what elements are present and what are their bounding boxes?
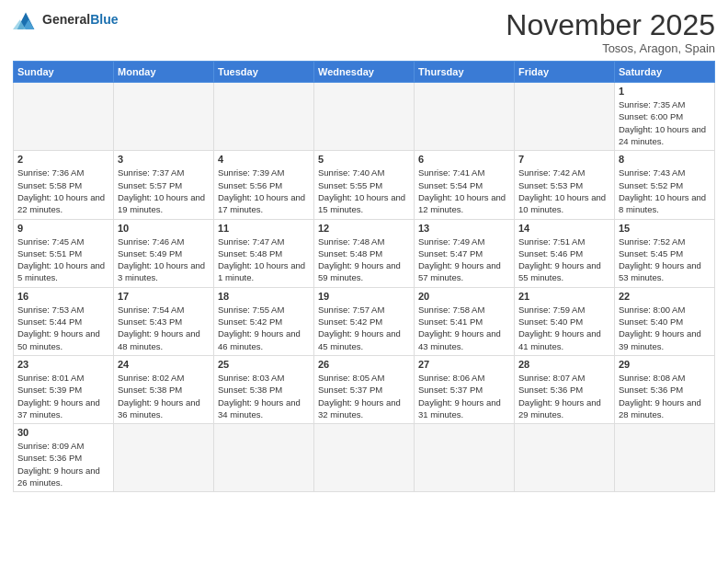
calendar-cell — [415, 424, 515, 492]
cell-day-number: 5 — [318, 154, 410, 165]
page: GeneralBlue November 2025 Tosos, Aragon,… — [0, 0, 728, 563]
cell-sun-info: Sunrise: 7:39 AM Sunset: 5:56 PM Dayligh… — [218, 167, 310, 215]
cell-day-number: 22 — [619, 291, 711, 302]
calendar-cell — [114, 83, 214, 151]
cell-sun-info: Sunrise: 7:35 AM Sunset: 6:00 PM Dayligh… — [619, 98, 711, 147]
cell-sun-info: Sunrise: 8:00 AM Sunset: 5:40 PM Dayligh… — [619, 304, 711, 352]
calendar-cell — [114, 424, 214, 492]
calendar-cell — [515, 424, 615, 492]
calendar-cell: 26Sunrise: 8:05 AM Sunset: 5:37 PM Dayli… — [314, 355, 415, 423]
cell-sun-info: Sunrise: 7:36 AM Sunset: 5:58 PM Dayligh… — [17, 167, 109, 215]
calendar-cell: 13Sunrise: 7:49 AM Sunset: 5:47 PM Dayli… — [415, 219, 515, 287]
calendar-cell: 12Sunrise: 7:48 AM Sunset: 5:48 PM Dayli… — [314, 219, 415, 287]
cell-day-number: 15 — [619, 223, 711, 234]
cell-sun-info: Sunrise: 7:42 AM Sunset: 5:53 PM Dayligh… — [518, 167, 610, 215]
calendar-cell: 2Sunrise: 7:36 AM Sunset: 5:58 PM Daylig… — [14, 151, 114, 219]
weekday-friday: Friday — [515, 62, 615, 83]
cell-day-number: 19 — [318, 291, 410, 302]
cell-sun-info: Sunrise: 7:51 AM Sunset: 5:46 PM Dayligh… — [518, 236, 610, 284]
calendar-week-1: 2Sunrise: 7:36 AM Sunset: 5:58 PM Daylig… — [14, 151, 715, 219]
cell-sun-info: Sunrise: 8:05 AM Sunset: 5:37 PM Dayligh… — [318, 372, 410, 420]
cell-sun-info: Sunrise: 7:57 AM Sunset: 5:42 PM Dayligh… — [318, 304, 410, 352]
cell-sun-info: Sunrise: 8:02 AM Sunset: 5:38 PM Dayligh… — [118, 372, 210, 420]
weekday-tuesday: Tuesday — [214, 62, 314, 83]
cell-day-number: 26 — [318, 359, 410, 370]
cell-sun-info: Sunrise: 7:47 AM Sunset: 5:48 PM Dayligh… — [218, 236, 310, 284]
calendar-cell: 23Sunrise: 8:01 AM Sunset: 5:39 PM Dayli… — [14, 355, 114, 423]
weekday-wednesday: Wednesday — [314, 62, 415, 83]
calendar-body: 1Sunrise: 7:35 AM Sunset: 6:00 PM Daylig… — [14, 83, 715, 492]
cell-sun-info: Sunrise: 7:52 AM Sunset: 5:45 PM Dayligh… — [619, 236, 711, 284]
cell-sun-info: Sunrise: 7:59 AM Sunset: 5:40 PM Dayligh… — [518, 304, 610, 352]
month-title: November 2025 — [506, 9, 715, 41]
cell-sun-info: Sunrise: 7:46 AM Sunset: 5:49 PM Dayligh… — [118, 236, 210, 284]
calendar-cell: 24Sunrise: 8:02 AM Sunset: 5:38 PM Dayli… — [114, 355, 214, 423]
calendar-cell: 1Sunrise: 7:35 AM Sunset: 6:00 PM Daylig… — [615, 83, 715, 151]
cell-sun-info: Sunrise: 8:09 AM Sunset: 5:36 PM Dayligh… — [17, 440, 109, 488]
cell-day-number: 7 — [518, 154, 610, 165]
cell-day-number: 23 — [17, 359, 109, 370]
calendar-cell — [14, 83, 114, 151]
cell-sun-info: Sunrise: 7:43 AM Sunset: 5:52 PM Dayligh… — [619, 167, 711, 215]
cell-sun-info: Sunrise: 7:40 AM Sunset: 5:55 PM Dayligh… — [318, 167, 410, 215]
calendar-cell — [314, 83, 415, 151]
calendar-cell: 5Sunrise: 7:40 AM Sunset: 5:55 PM Daylig… — [314, 151, 415, 219]
weekday-thursday: Thursday — [415, 62, 515, 83]
location: Tosos, Aragon, Spain — [506, 41, 715, 55]
cell-sun-info: Sunrise: 7:54 AM Sunset: 5:43 PM Dayligh… — [118, 304, 210, 352]
calendar-cell: 22Sunrise: 8:00 AM Sunset: 5:40 PM Dayli… — [615, 287, 715, 355]
calendar-week-4: 23Sunrise: 8:01 AM Sunset: 5:39 PM Dayli… — [14, 355, 715, 423]
calendar-cell — [214, 83, 314, 151]
calendar-cell: 30Sunrise: 8:09 AM Sunset: 5:36 PM Dayli… — [14, 424, 114, 492]
calendar-cell: 4Sunrise: 7:39 AM Sunset: 5:56 PM Daylig… — [214, 151, 314, 219]
cell-day-number: 14 — [518, 223, 610, 234]
calendar-week-2: 9Sunrise: 7:45 AM Sunset: 5:51 PM Daylig… — [14, 219, 715, 287]
calendar-cell: 28Sunrise: 8:07 AM Sunset: 5:36 PM Dayli… — [515, 355, 615, 423]
calendar-cell: 27Sunrise: 8:06 AM Sunset: 5:37 PM Dayli… — [415, 355, 515, 423]
calendar-cell: 3Sunrise: 7:37 AM Sunset: 5:57 PM Daylig… — [114, 151, 214, 219]
header: GeneralBlue November 2025 Tosos, Aragon,… — [13, 9, 715, 55]
calendar-cell — [314, 424, 415, 492]
cell-day-number: 11 — [218, 223, 310, 234]
logo: GeneralBlue — [13, 9, 118, 31]
calendar-cell — [415, 83, 515, 151]
cell-day-number: 27 — [418, 359, 510, 370]
cell-sun-info: Sunrise: 7:37 AM Sunset: 5:57 PM Dayligh… — [118, 167, 210, 215]
cell-day-number: 3 — [118, 154, 210, 165]
weekday-sunday: Sunday — [14, 62, 114, 83]
cell-sun-info: Sunrise: 7:53 AM Sunset: 5:44 PM Dayligh… — [17, 304, 109, 352]
calendar-week-0: 1Sunrise: 7:35 AM Sunset: 6:00 PM Daylig… — [14, 83, 715, 151]
cell-day-number: 24 — [118, 359, 210, 370]
calendar-cell: 14Sunrise: 7:51 AM Sunset: 5:46 PM Dayli… — [515, 219, 615, 287]
cell-day-number: 20 — [418, 291, 510, 302]
calendar-cell — [615, 424, 715, 492]
calendar-cell: 6Sunrise: 7:41 AM Sunset: 5:54 PM Daylig… — [415, 151, 515, 219]
calendar-cell: 9Sunrise: 7:45 AM Sunset: 5:51 PM Daylig… — [14, 219, 114, 287]
calendar-cell: 19Sunrise: 7:57 AM Sunset: 5:42 PM Dayli… — [314, 287, 415, 355]
weekday-saturday: Saturday — [615, 62, 715, 83]
cell-day-number: 2 — [17, 154, 109, 165]
calendar-cell: 25Sunrise: 8:03 AM Sunset: 5:38 PM Dayli… — [214, 355, 314, 423]
cell-day-number: 30 — [17, 427, 109, 438]
calendar-cell: 29Sunrise: 8:08 AM Sunset: 5:36 PM Dayli… — [615, 355, 715, 423]
calendar-cell: 10Sunrise: 7:46 AM Sunset: 5:49 PM Dayli… — [114, 219, 214, 287]
cell-day-number: 29 — [619, 359, 711, 370]
calendar-cell: 8Sunrise: 7:43 AM Sunset: 5:52 PM Daylig… — [615, 151, 715, 219]
cell-sun-info: Sunrise: 8:03 AM Sunset: 5:38 PM Dayligh… — [218, 372, 310, 420]
cell-day-number: 16 — [17, 291, 109, 302]
cell-day-number: 28 — [518, 359, 610, 370]
cell-day-number: 13 — [418, 223, 510, 234]
calendar-cell: 16Sunrise: 7:53 AM Sunset: 5:44 PM Dayli… — [14, 287, 114, 355]
cell-day-number: 1 — [619, 86, 711, 97]
calendar-cell — [515, 83, 615, 151]
cell-sun-info: Sunrise: 8:01 AM Sunset: 5:39 PM Dayligh… — [17, 372, 109, 420]
calendar-cell — [214, 424, 314, 492]
cell-day-number: 12 — [318, 223, 410, 234]
weekday-monday: Monday — [114, 62, 214, 83]
cell-day-number: 8 — [619, 154, 711, 165]
calendar-cell: 21Sunrise: 7:59 AM Sunset: 5:40 PM Dayli… — [515, 287, 615, 355]
cell-day-number: 10 — [118, 223, 210, 234]
cell-sun-info: Sunrise: 7:45 AM Sunset: 5:51 PM Dayligh… — [17, 236, 109, 284]
calendar-cell: 17Sunrise: 7:54 AM Sunset: 5:43 PM Dayli… — [114, 287, 214, 355]
logo-text: GeneralBlue — [42, 13, 118, 27]
